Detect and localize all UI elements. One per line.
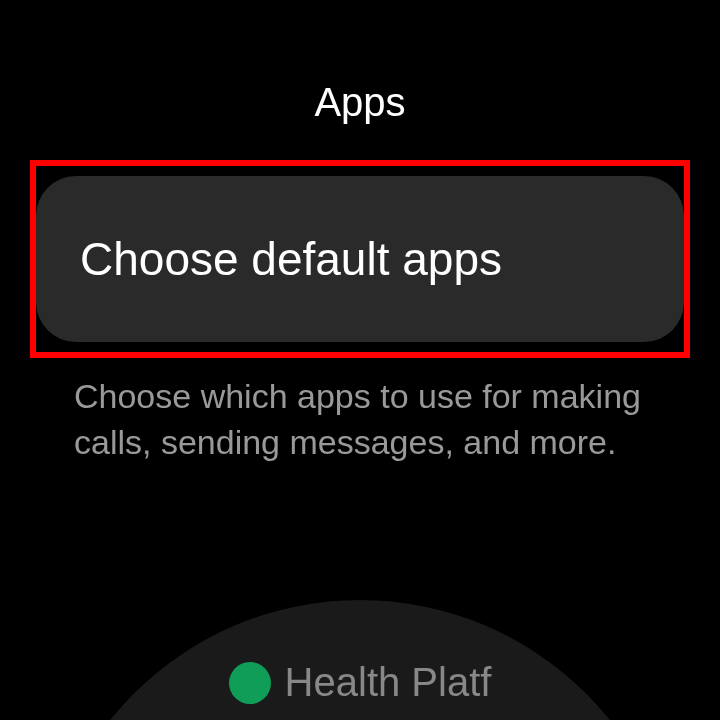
- choose-default-apps-button[interactable]: Choose default apps: [36, 176, 684, 342]
- health-platform-icon: [229, 662, 271, 704]
- next-item-peek[interactable]: Health Platf: [40, 600, 680, 720]
- next-item-label: Health Platf: [285, 660, 492, 705]
- watch-face-container: Apps Choose default apps Choose which ap…: [0, 0, 720, 720]
- page-title: Apps: [0, 80, 720, 125]
- option-description: Choose which apps to use for making call…: [74, 374, 646, 466]
- bottom-peek-container: Health Platf: [0, 540, 720, 720]
- option-label: Choose default apps: [80, 232, 502, 286]
